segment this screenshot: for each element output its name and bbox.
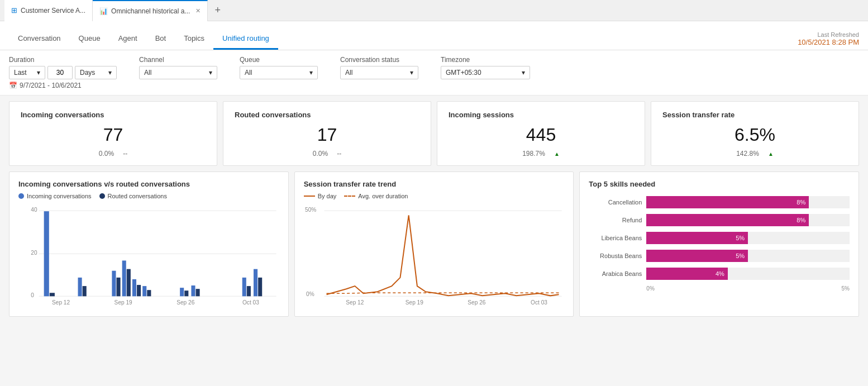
top-skills-chart: Top 5 skills needed Cancellation 8% Refu… xyxy=(579,171,859,317)
skill-row: Refund 8% xyxy=(589,214,850,226)
nav-bar: Conversation Queue Agent Bot Topics Unif… xyxy=(0,21,868,50)
duration-value-input[interactable] xyxy=(47,66,73,79)
skill-row: Cancellation 8% xyxy=(589,196,850,208)
kpi-change2: -- xyxy=(123,150,127,158)
by-day-line xyxy=(326,215,559,296)
kpi-footer: 198.7% ▲ xyxy=(449,150,633,158)
legend-avg: Avg. over duration xyxy=(344,193,408,199)
duration-unit-select[interactable]: Days ▾ xyxy=(75,66,117,79)
svg-text:Oct 03: Oct 03 xyxy=(531,299,547,306)
conv-status-filter-group: Conversation status All ▾ xyxy=(340,56,418,79)
bar-routed xyxy=(117,278,121,296)
skill-bar-container: 4% xyxy=(646,268,850,280)
skill-bar-container: 8% xyxy=(646,196,850,208)
skill-row: Arabica Beans 4% xyxy=(589,268,850,280)
skill-bar: 8% xyxy=(646,196,809,208)
kpi-change1: 0.0% xyxy=(99,150,114,158)
kpi-session-transfer-rate: Session transfer rate 6.5% 142.8% ▲ xyxy=(651,101,859,166)
add-tab-button[interactable]: + xyxy=(208,4,227,16)
bar-incoming xyxy=(191,285,195,296)
legend-line xyxy=(304,196,315,197)
queue-label: Queue xyxy=(240,56,318,64)
timezone-select[interactable]: GMT+05:30 ▾ xyxy=(441,66,530,79)
skill-label: Refund xyxy=(589,217,642,223)
chevron-down-icon: ▾ xyxy=(522,69,525,77)
bar-routed xyxy=(196,289,200,296)
nav-item-unified-routing[interactable]: Unified routing xyxy=(213,21,278,50)
axis-label: 0% xyxy=(646,285,654,292)
skill-pct: 8% xyxy=(797,199,805,206)
refresh-label: Last Refreshed xyxy=(798,31,859,38)
bar-routed xyxy=(147,290,151,296)
skill-label: Cancellation xyxy=(589,199,642,206)
nav-item-conversation[interactable]: Conversation xyxy=(9,21,70,50)
bar-incoming xyxy=(132,279,136,296)
chevron-down-icon: ▾ xyxy=(410,69,413,77)
nav-item-queue[interactable]: Queue xyxy=(70,21,109,50)
svg-text:Sep 19: Sep 19 xyxy=(115,299,132,306)
queue-filter-group: Queue All ▾ xyxy=(240,56,318,79)
close-icon[interactable]: ✕ xyxy=(195,7,201,15)
kpi-change1: 142.8% xyxy=(736,150,759,158)
nav-item-bot[interactable]: Bot xyxy=(146,21,175,50)
filters-bar: Duration Last ▾ Days ▾ Channel All ▾ xyxy=(0,50,868,96)
legend-incoming: Incoming conversations xyxy=(18,193,92,199)
bar-routed xyxy=(83,286,87,296)
duration-preset-select[interactable]: Last ▾ xyxy=(9,66,45,79)
chevron-down-icon: ▾ xyxy=(37,69,40,77)
legend-dot xyxy=(99,193,105,199)
arrow-up-icon: ▲ xyxy=(768,151,774,157)
svg-text:Sep 26: Sep 26 xyxy=(177,299,194,306)
skills-chart: Cancellation 8% Refund 8% Liberica Beans xyxy=(589,193,850,292)
skill-label: Liberica Beans xyxy=(589,235,642,241)
bar-incoming xyxy=(180,288,184,296)
tab-customer-service[interactable]: ⊞ Customer Service A... xyxy=(4,0,93,21)
timezone-filter-group: Timezone GMT+05:30 ▾ xyxy=(441,56,530,79)
kpi-title: Incoming conversations xyxy=(21,111,206,119)
bar-routed xyxy=(247,286,251,296)
calendar-icon: 📅 xyxy=(9,82,17,89)
bar-chart-svg: 40 20 0 xyxy=(18,204,279,306)
skill-pct: 5% xyxy=(736,235,745,241)
kpi-value: 445 xyxy=(449,125,633,145)
kpi-value: 6.5% xyxy=(662,125,847,145)
last-refreshed: Last Refreshed 10/5/2021 8:28 PM xyxy=(798,31,859,50)
skill-bar-container: 5% xyxy=(646,250,850,262)
skill-label: Arabica Beans xyxy=(589,270,642,277)
chart-icon: 📊 xyxy=(99,7,108,15)
legend-dashed-line xyxy=(344,196,355,197)
conv-status-label: Conversation status xyxy=(340,56,418,64)
bar-incoming xyxy=(112,271,116,297)
nav-item-topics[interactable]: Topics xyxy=(175,21,213,50)
legend-by-day: By day xyxy=(304,193,337,199)
chart-legend: By day Avg. over duration xyxy=(304,193,565,199)
tab-label: Omnichannel historical a... xyxy=(111,7,190,15)
kpi-footer: 142.8% ▲ xyxy=(662,150,847,158)
skill-bar: 5% xyxy=(646,232,748,244)
avg-line xyxy=(326,293,559,293)
svg-text:Sep 26: Sep 26 xyxy=(468,299,485,306)
kpi-change1: 0.0% xyxy=(313,150,328,158)
bar-incoming xyxy=(78,278,82,296)
kpi-title: Incoming sessions xyxy=(449,111,633,119)
kpi-title: Session transfer rate xyxy=(662,111,847,119)
bar-routed xyxy=(137,285,141,296)
session-transfer-trend-chart: Session transfer rate trend By day Avg. … xyxy=(294,171,574,317)
svg-text:Sep 19: Sep 19 xyxy=(405,299,423,306)
incoming-vs-routed-chart: Incoming conversations v/s routed conver… xyxy=(9,171,289,317)
skill-bar: 8% xyxy=(646,214,809,226)
tab-omnichannel[interactable]: 📊 Omnichannel historical a... ✕ xyxy=(93,0,208,21)
channel-select[interactable]: All ▾ xyxy=(139,66,217,79)
bar-incoming xyxy=(44,211,49,296)
queue-select[interactable]: All ▾ xyxy=(240,66,318,79)
kpi-incoming-sessions: Incoming sessions 445 198.7% ▲ xyxy=(437,101,645,166)
legend-dot xyxy=(18,193,24,199)
conv-status-select[interactable]: All ▾ xyxy=(340,66,418,79)
chevron-down-icon: ▾ xyxy=(209,69,212,77)
bar-incoming xyxy=(254,269,257,297)
nav-item-agent[interactable]: Agent xyxy=(109,21,146,50)
svg-text:50%: 50% xyxy=(305,207,316,213)
date-range: 📅 9/7/2021 - 10/6/2021 xyxy=(9,79,859,93)
skill-bar: 5% xyxy=(646,250,748,262)
duration-filter-group: Duration Last ▾ Days ▾ xyxy=(9,56,117,79)
